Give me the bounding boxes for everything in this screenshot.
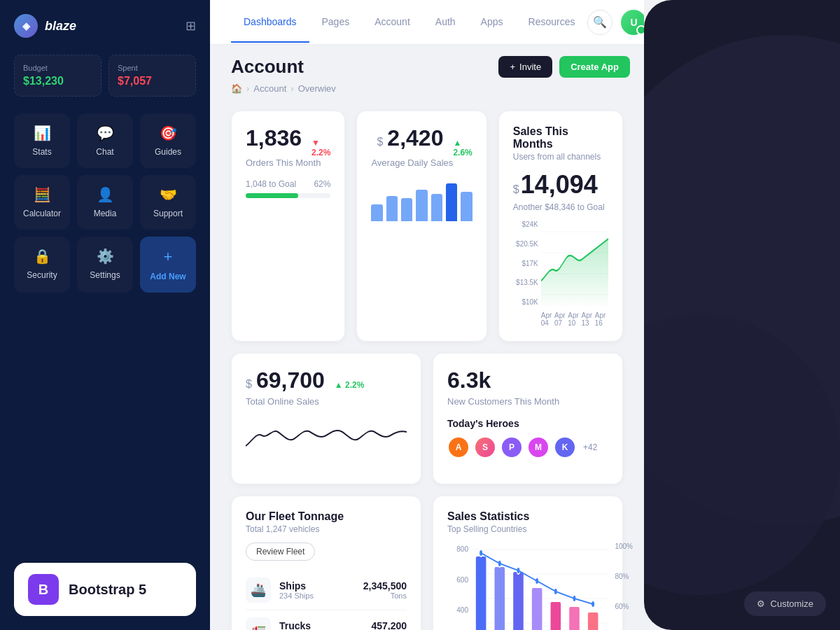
invite-button[interactable]: + Invite: [498, 56, 552, 78]
calculator-label: Calculator: [23, 209, 61, 218]
online-sales-badge: ▲ 2.2%: [335, 380, 365, 390]
right-panel-bg: [644, 0, 840, 630]
fleet-sub: Total 1,247 vehicles: [246, 524, 407, 534]
svg-rect-12: [551, 602, 561, 630]
breadcrumb: 🏠 › Account › Overwiev: [231, 83, 623, 94]
bar-3: [401, 198, 412, 221]
bootstrap-text: Bootstrap 5: [69, 582, 146, 598]
svg-rect-11: [532, 588, 542, 630]
budget-amount: $13,230: [23, 75, 92, 88]
bar-4: [416, 190, 427, 221]
chart-x-labels: Apr 04 Apr 07 Apr 10 Apr 13 Apr 16: [513, 312, 608, 327]
stats-chart: 800 600 400 200: [447, 542, 608, 630]
bootstrap-badge: B Bootstrap 5: [14, 563, 196, 616]
ships-unit: Tons: [363, 592, 407, 600]
hero-avatar-1: A: [447, 436, 470, 458]
sidebar-item-chat[interactable]: 💬 Chat: [77, 113, 133, 168]
sidebar-item-add-new[interactable]: + Add New: [140, 237, 196, 293]
nav-tabs: Dashboards Pages Account Auth Apps Resou…: [231, 2, 587, 43]
tab-pages[interactable]: Pages: [309, 2, 363, 43]
stats-title: Sales Statistics: [447, 510, 608, 523]
chart-y-labels: $24K $20.5K $17K $13.5K $10K: [513, 218, 538, 309]
breadcrumb-home: 🏠: [231, 83, 242, 94]
trucks-value: 457,200 Tons: [371, 620, 407, 630]
guides-label: Guides: [155, 147, 181, 157]
svg-rect-9: [495, 567, 505, 630]
online-sales-label: Total Online Sales: [246, 396, 407, 407]
ships-name: Ships: [279, 580, 355, 592]
budget-card: Budget $13,230: [14, 55, 102, 97]
ships-info: Ships 234 Ships: [279, 580, 355, 600]
settings-icon: ⚙️: [97, 248, 114, 265]
nav-grid: 📊 Stats 💬 Chat 🎯 Guides 🧮 Calculator 👤 M…: [14, 113, 196, 293]
ships-sub: 234 Ships: [279, 592, 355, 600]
sales-stats-card: Sales Statistics Top Selling Countries 8…: [433, 496, 623, 630]
right-panel-inner: [644, 0, 840, 630]
user-avatar[interactable]: U: [621, 10, 644, 35]
sidebar-menu-icon[interactable]: ⊞: [186, 18, 196, 34]
app-wrapper: ◈ blaze ⊞ Budget $13,230 Spent $7,057 📊 …: [0, 0, 840, 630]
bottom-row: Our Fleet Tonnage Total 1,247 vehicles R…: [231, 496, 623, 630]
svg-rect-14: [588, 612, 598, 630]
daily-sales-number: 2,420: [387, 125, 443, 151]
ships-number: 2,345,500: [363, 580, 407, 592]
ships-value: 2,345,500 Tons: [363, 580, 407, 600]
chat-icon: 💬: [97, 125, 114, 141]
dashboard-scroll: 1,836 ▼ 2.2% Orders This Month 1,048 to …: [210, 108, 644, 630]
tab-account[interactable]: Account: [362, 2, 423, 43]
sidebar-item-security[interactable]: 🔒 Security: [14, 237, 70, 293]
sidebar-item-support[interactable]: 🤝 Support: [140, 175, 196, 230]
logo-area: ◈ blaze: [14, 14, 76, 38]
customize-button[interactable]: ⚙ Customize: [744, 592, 826, 616]
sidebar-item-calculator[interactable]: 🧮 Calculator: [14, 175, 70, 230]
trucks-info: Trucks 1,460 Trucks: [279, 620, 363, 630]
fleet-card: Our Fleet Tonnage Total 1,247 vehicles R…: [231, 496, 421, 630]
daily-sales-badge: ▲ 2.6%: [453, 138, 472, 158]
sidebar-item-media[interactable]: 👤 Media: [77, 175, 133, 230]
spent-card: Spent $7,057: [108, 55, 196, 97]
svg-rect-8: [476, 556, 486, 630]
sales-this-month-card: Sales This Months Users from all channel…: [498, 111, 623, 342]
sales-month-number: 14,094: [521, 170, 598, 200]
hero-avatar-5: K: [554, 436, 576, 458]
tab-auth[interactable]: Auth: [423, 2, 468, 43]
create-app-button[interactable]: Create App: [559, 56, 630, 78]
online-sales-number: 69,700: [256, 368, 325, 393]
sidebar-item-guides[interactable]: 🎯 Guides: [140, 113, 196, 168]
calculator-icon: 🧮: [34, 186, 51, 203]
svg-rect-13: [569, 607, 580, 630]
sales-line-chart: [541, 218, 608, 309]
sales-month-title: Sales This Months: [513, 125, 608, 150]
spent-label: Spent: [118, 64, 187, 72]
orders-card: 1,836 ▼ 2.2% Orders This Month 1,048 to …: [231, 111, 345, 342]
bar-7: [461, 192, 472, 221]
logo-icon: ◈: [14, 14, 38, 38]
hero-avatar-3: P: [500, 436, 523, 458]
breadcrumb-current: Overwiev: [298, 83, 336, 94]
search-button[interactable]: 🔍: [587, 10, 612, 35]
tab-resources[interactable]: Resources: [516, 2, 588, 43]
new-customers-label: New Customers This Month: [447, 396, 608, 407]
progress-pct: 62%: [314, 179, 330, 189]
support-label: Support: [153, 209, 183, 218]
guides-icon: 🎯: [160, 125, 177, 141]
progress-bar-wrap: [246, 193, 330, 198]
review-fleet-button[interactable]: Review Fleet: [246, 542, 315, 561]
progress-goal-label: 1,048 to Goal: [246, 179, 296, 189]
bar-2: [386, 196, 398, 221]
add-icon: +: [164, 248, 173, 266]
tab-dashboards[interactable]: Dashboards: [231, 2, 309, 43]
sidebar-item-settings[interactable]: ⚙️ Settings: [77, 237, 133, 293]
support-icon: 🤝: [160, 186, 177, 203]
settings-label: Settings: [90, 270, 120, 280]
sidebar-item-stats[interactable]: 📊 Stats: [14, 113, 70, 168]
bar-6: [446, 183, 457, 221]
right-panel: ⚙ Customize: [644, 0, 840, 630]
page-actions: + Invite Create App: [498, 56, 630, 78]
hero-avatar-4: M: [527, 436, 550, 458]
fleet-item-trucks: 🚛 Trucks 1,460 Trucks 457,200 Tons: [246, 610, 407, 630]
second-row: $ 69,700 ▲ 2.2% Total Online Sales 6.3k …: [231, 353, 623, 484]
tab-apps[interactable]: Apps: [468, 2, 516, 43]
sidebar: ◈ blaze ⊞ Budget $13,230 Spent $7,057 📊 …: [0, 0, 210, 630]
new-customers-card: 6.3k New Customers This Month Today's He…: [433, 353, 623, 484]
